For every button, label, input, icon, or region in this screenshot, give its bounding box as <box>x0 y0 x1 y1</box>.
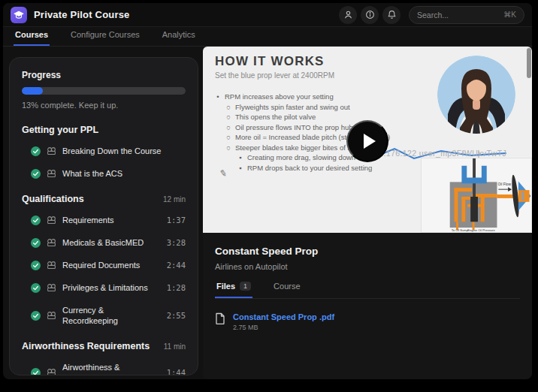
svg-text:Oil Flow: Oil Flow <box>497 182 511 186</box>
search-placeholder: Search... <box>417 11 449 20</box>
video-lesson-icon <box>47 368 56 376</box>
file-name[interactable]: Constant Speed Prop .pdf <box>233 312 334 321</box>
app-window: Private Pilot Course Search... ⌘K <box>3 3 532 379</box>
slide-bullet: ▪RPM drops back to your desired setting <box>237 163 390 173</box>
section-duration: 11 min <box>164 342 186 351</box>
lesson-item-currency-recordkeeping[interactable]: Currency & Recordkeeping2:55 <box>31 305 186 326</box>
video-lesson-icon <box>47 169 56 179</box>
bullet-marker-icon: ▪ <box>237 152 243 163</box>
check-circle-icon <box>31 261 41 270</box>
progress-fill <box>22 87 43 95</box>
lesson-item-requirements[interactable]: Requirements1:37 <box>31 215 186 225</box>
lesson-duration: 2:55 <box>167 311 186 320</box>
check-circle-icon <box>31 368 41 376</box>
bullet-marker-icon: ▪ <box>237 163 243 173</box>
lesson-label: Airworthiness & Category/Class/Type <box>62 362 161 375</box>
lesson-label: Medicals & BasicMED <box>62 237 161 248</box>
progress-label: Progress <box>22 70 186 80</box>
lesson-item-required-documents[interactable]: Required Documents2:44 <box>31 260 186 270</box>
bullet-marker-icon: • <box>215 92 221 102</box>
page-title: Private Pilot Course <box>34 9 130 20</box>
tab-count-badge: 1 <box>240 282 251 291</box>
document-icon <box>215 312 225 324</box>
video-lesson-icon <box>47 261 56 270</box>
search-input[interactable]: Search... ⌘K <box>409 6 524 24</box>
lesson-tabs: Files1Course <box>215 282 520 299</box>
file-item-constant-speed-prop-pdf[interactable]: Constant Speed Prop .pdf2.75 MB <box>215 312 520 331</box>
header-actions: Search... ⌘K <box>339 6 524 24</box>
lesson-label: Privileges & Limitations <box>62 282 161 293</box>
course-outline-panel: Progress 13% complete. Keep it up. Getti… <box>9 57 198 375</box>
video-lesson-icon <box>47 216 56 225</box>
check-circle-icon <box>31 283 41 293</box>
lesson-item-medicals-basicmed[interactable]: Medicals & BasicMED3:28 <box>31 237 186 248</box>
video-lesson-icon <box>47 238 56 248</box>
prop-governor-diagram: Oil Flow To Oil Sump Engine Oil Pressure <box>421 158 532 233</box>
lesson-item-airworthiness-category-class-type[interactable]: Airworthiness & Category/Class/Type1:44 <box>31 362 186 375</box>
video-lesson-icon <box>47 146 56 156</box>
lesson-tab-files[interactable]: Files1 <box>215 282 252 298</box>
lesson-info: Constant Speed Prop Airlines on Autopilo… <box>203 233 532 331</box>
lesson-tab-label: Files <box>216 282 235 291</box>
info-icon[interactable] <box>361 6 379 24</box>
tab-configure-courses[interactable]: Configure Courses <box>69 30 141 46</box>
user-icon[interactable] <box>339 6 357 24</box>
lesson-item-privileges-limitations[interactable]: Privileges & Limitations1:28 <box>31 282 186 293</box>
main-tabs: CoursesConfigure CoursesAnalytics <box>3 27 532 47</box>
app-header: Private Pilot Course Search... ⌘K <box>3 3 532 27</box>
lesson-label: What is the ACS <box>62 168 186 179</box>
lesson-duration: 3:28 <box>167 238 186 247</box>
play-button[interactable] <box>346 120 388 162</box>
video-player[interactable]: HOW IT WORKS Set the blue prop lever at … <box>203 47 532 233</box>
notifications-bell-icon[interactable] <box>382 6 400 24</box>
check-circle-icon <box>31 169 41 179</box>
file-size: 2.75 MB <box>233 324 334 331</box>
bullet-text: RPM increases above your setting <box>225 92 334 102</box>
bullet-marker-icon: ○ <box>225 112 231 122</box>
check-circle-icon <box>31 311 41 321</box>
section-title: Getting your PPL <box>22 125 98 135</box>
lesson-tab-label: Course <box>274 282 300 291</box>
lesson-duration: 1:28 <box>167 283 186 292</box>
scrollbar-thumb[interactable] <box>527 48 531 78</box>
section-title: Airworthiness Requirements <box>22 341 150 351</box>
section-header-qualifications: Qualifications12 min <box>22 194 186 204</box>
progress-status: 13% complete. Keep it up. <box>22 101 186 110</box>
lesson-label: Currency & Recordkeeping <box>62 305 161 326</box>
files-list: Constant Speed Prop .pdf2.75 MB <box>215 312 520 331</box>
slide-title: HOW IT WORKS <box>215 54 325 69</box>
lesson-tab-course[interactable]: Course <box>272 282 301 298</box>
slide-bullet: ○Flyweights spin faster and swing out <box>225 102 390 113</box>
video-lesson-icon <box>47 311 56 321</box>
video-lesson-icon <box>47 283 56 293</box>
tab-analytics[interactable]: Analytics <box>161 30 197 46</box>
graduation-cap-icon <box>11 7 27 23</box>
lesson-author: Airlines on Autopilot <box>215 262 520 271</box>
bullet-text: Flyweights spin faster and swing out <box>235 102 350 113</box>
slide-bullet: •RPM increases above your setting <box>215 92 390 102</box>
check-circle-icon <box>31 216 41 225</box>
lesson-item-breaking-down-the-course[interactable]: Breaking Down the Course <box>31 146 186 156</box>
bullet-marker-icon: ○ <box>225 122 231 133</box>
bullet-text: Steeper blades take bigger bites of air <box>235 143 355 153</box>
bullet-text: Oil pressure flows INTO the prop hub <box>235 122 353 133</box>
pencil-annotation-icon: ✎ <box>219 167 228 179</box>
course-outline: Getting your PPLBreaking Down the Course… <box>22 125 186 375</box>
section-header-airworthiness-requirements: Airworthiness Requirements11 min <box>22 341 186 351</box>
bullet-marker-icon: ○ <box>225 102 231 113</box>
lesson-duration: 1:44 <box>167 368 186 375</box>
lesson-label: Breaking Down the Course <box>62 146 186 156</box>
slide-subtitle: Set the blue prop lever at 2400RPM <box>215 71 334 80</box>
section-title: Qualifications <box>22 194 84 204</box>
bullet-text: Creating more drag, slowing down <box>247 152 355 163</box>
svg-text:To Oil Sump: To Oil Sump <box>452 228 469 232</box>
bullet-marker-icon: ○ <box>225 132 231 143</box>
content-area: Progress 13% complete. Keep it up. Getti… <box>3 47 532 379</box>
lesson-duration: 1:37 <box>167 216 186 225</box>
lesson-item-what-is-the-acs[interactable]: What is the ACS <box>31 168 186 179</box>
bullet-marker-icon: ○ <box>225 143 231 153</box>
bullet-text: RPM drops back to your desired setting <box>247 163 372 173</box>
tab-courses[interactable]: Courses <box>14 30 50 46</box>
presenter-webcam-avatar <box>437 56 515 134</box>
play-triangle-icon <box>364 134 376 149</box>
